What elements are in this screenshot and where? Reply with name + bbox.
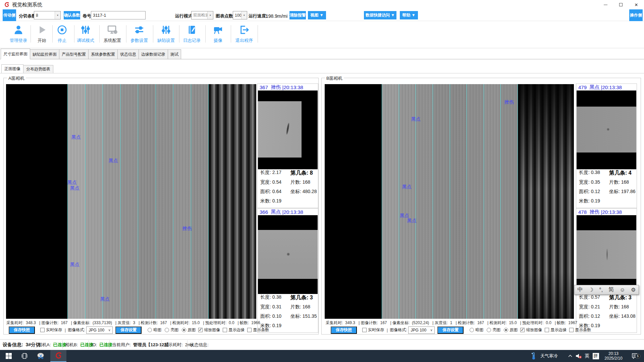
system-config-icon <box>107 23 118 37</box>
tab-test[interactable]: 测试 <box>168 49 181 59</box>
system-config-button[interactable]: 系统配置 <box>101 23 124 46</box>
sub-tab-bar: 正面图像 分布趋势图表 <box>1 64 53 73</box>
dropdown-arrow-icon[interactable] <box>207 11 213 19</box>
slice-count-select[interactable]: 8 <box>34 11 61 19</box>
minimize-button[interactable] <box>598 0 613 9</box>
ime-emoji-icon[interactable]: ☺ <box>620 287 625 293</box>
clock[interactable]: 20:132025/2/10 <box>601 350 626 362</box>
realtime-save-checkbox[interactable] <box>40 328 45 332</box>
bright-image-radio[interactable] <box>487 328 491 332</box>
volume-muted-icon[interactable] <box>574 350 583 362</box>
capture-button[interactable]: 摄像 <box>207 23 229 46</box>
run-speed-label: 运行速度: <box>249 13 267 19</box>
run-mode-select[interactable]: 双面检测 <box>191 11 213 19</box>
camera-b-status-line: 采集耗时: 349.3 | 图像计数: 167 | 像素坐标: (5202,24… <box>326 320 577 326</box>
image-format-select[interactable]: JPG 100 <box>408 326 435 334</box>
defect-annotation: 黑点 <box>70 185 79 191</box>
defect-thumbnail[interactable] <box>258 90 318 169</box>
tab-product-model-config[interactable]: 产品型号配置 <box>59 49 89 59</box>
image-format-select[interactable]: JPG 100 <box>86 326 113 334</box>
ime-punctuation-icon[interactable]: °, <box>599 287 603 293</box>
zoom-image-checkbox[interactable] <box>198 328 203 332</box>
params-settings-button[interactable]: 参数设置 <box>128 23 151 46</box>
exit-program-button[interactable]: 退出程序 <box>233 23 256 46</box>
defect-thumbnail[interactable] <box>258 215 318 294</box>
tab-size-monitor[interactable]: 尺寸监控界面 <box>1 49 30 59</box>
defect-thumbnail[interactable] <box>577 90 636 169</box>
show-strips-checkbox[interactable] <box>247 328 252 332</box>
tab-status-info[interactable]: 状态信息 <box>118 49 139 59</box>
view-menu-button[interactable]: 视图 ▼ <box>308 11 326 19</box>
show-edges-checkbox[interactable] <box>223 328 227 332</box>
ime-settings-gear-icon[interactable]: ⚙ <box>631 287 636 293</box>
defect-thumbnail[interactable] <box>577 215 636 294</box>
dropdown-arrow-icon[interactable] <box>241 11 247 19</box>
defect-settings-icon <box>161 23 171 37</box>
camera-image-b[interactable]: 挫伤黑点黑点黑点黑点 <box>325 84 574 319</box>
log-icon <box>186 23 197 37</box>
notification-center-button[interactable]: 6 <box>628 350 641 362</box>
realtime-save-checkbox[interactable] <box>362 328 367 332</box>
defect-entry[interactable]: 478 挫伤 20:13:38 长度: 0.57第几条: 3 宽度: 0.21片… <box>576 208 637 333</box>
debug-mode-button[interactable]: 调试模式 <box>74 23 97 46</box>
ime-halfmoon-icon[interactable]: ☽ <box>589 287 593 293</box>
close-button[interactable] <box>629 0 644 9</box>
app-window: 视觉检测系统 传动侧 分切条数 8 确认条数 卷号 运行模式: 双面检测 图表点… <box>0 0 644 362</box>
current-user: 当前用户: 管理员【123-123】 <box>112 342 171 348</box>
save-settings-button[interactable]: 保存设置 <box>437 326 464 334</box>
original-image-radio[interactable] <box>182 328 186 332</box>
chart-points-select[interactable]: 100 <box>233 11 247 19</box>
defect-entry[interactable]: 367 挫伤 20:13:38 长度: 2.17第几条: 8 宽度: 0.54片… <box>257 83 318 208</box>
confirm-count-button[interactable]: 确认条数 <box>64 11 80 19</box>
show-strips-checkbox[interactable] <box>569 328 574 332</box>
drive-side-button[interactable]: 传动侧 <box>3 9 16 21</box>
inspection-app-taskbar-button[interactable] <box>50 350 66 362</box>
defect-header: 479 黑点 20:13:38 <box>578 84 622 90</box>
log-record-button[interactable]: 日志记录 <box>180 23 203 46</box>
start-button[interactable]: 开始 <box>31 23 53 46</box>
bright-image-radio[interactable] <box>165 328 169 332</box>
data-quick-access-menu-button[interactable]: 数据快捷访问 ▼ <box>364 11 396 19</box>
tab-system-params-config[interactable]: 系统参数配置 <box>89 49 118 59</box>
task-view-button[interactable] <box>17 350 32 362</box>
language-indicator[interactable]: 英 <box>583 350 591 362</box>
maximize-button[interactable] <box>613 0 629 9</box>
ime-mode-indicator[interactable]: 拼 <box>591 350 600 362</box>
ime-chinese-mode[interactable]: 中 <box>578 286 583 293</box>
hidden-icons-chevron[interactable] <box>566 350 574 362</box>
subtab-front-image[interactable]: 正面图像 <box>1 64 23 73</box>
save-snapshot-button[interactable]: 保存快照 <box>9 326 35 334</box>
dropdown-arrow-icon[interactable] <box>55 11 60 19</box>
snipping-tool-button[interactable] <box>33 350 49 362</box>
camera-image-a[interactable]: 黑点黑点黑点黑点挫伤黑点黑点 <box>6 84 256 319</box>
tab-edge-data-record[interactable]: 边缘数据记录 <box>139 49 168 59</box>
camera-b-panel-title: B面相机 <box>325 75 344 81</box>
tab-defect-monitor[interactable]: 缺陷监控界面 <box>30 49 59 59</box>
defect-annotation: 黑点 <box>67 180 77 186</box>
stop-button[interactable]: 停止 <box>51 23 73 46</box>
clear-alarm-button[interactable]: 清除报警 <box>289 11 306 19</box>
roll-number-input[interactable] <box>91 11 146 19</box>
start-button[interactable] <box>1 350 16 362</box>
display-time: 显示耗时: 2ms <box>164 342 193 348</box>
dark-image-radio[interactable] <box>148 328 152 332</box>
notification-badge: 6 <box>635 354 640 359</box>
defect-annotation: 黑点 <box>70 262 79 268</box>
defect-entry[interactable]: 366 黑点 20:13:38 长度: 0.38第几条: 3 宽度: 0.31片… <box>257 208 318 333</box>
save-snapshot-button[interactable]: 保存快照 <box>331 326 357 334</box>
play-icon <box>37 23 47 37</box>
subtab-trend-chart[interactable]: 分布趋势图表 <box>23 65 53 73</box>
dark-image-radio[interactable] <box>470 328 474 332</box>
thermometer-icon[interactable] <box>529 350 538 362</box>
defect-settings-button[interactable]: 缺陷设置 <box>155 23 177 46</box>
operate-side-button[interactable]: 操作侧 <box>629 9 643 21</box>
original-image-radio[interactable] <box>504 328 508 332</box>
save-settings-button[interactable]: 保存设置 <box>115 326 142 334</box>
help-menu-button[interactable]: 帮助 ▼ <box>400 11 418 19</box>
show-edges-checkbox[interactable] <box>545 328 549 332</box>
weather-status[interactable]: 天气寒冷 <box>538 350 560 362</box>
ime-simplified-mode[interactable]: 简 <box>608 286 614 293</box>
zoom-image-checkbox[interactable] <box>520 328 525 332</box>
admin-login-button[interactable]: 管理登录 <box>7 23 30 46</box>
defect-entry[interactable]: 479 黑点 20:13:38 长度: 0.38第几条: 4 宽度: 0.35片… <box>576 83 637 208</box>
